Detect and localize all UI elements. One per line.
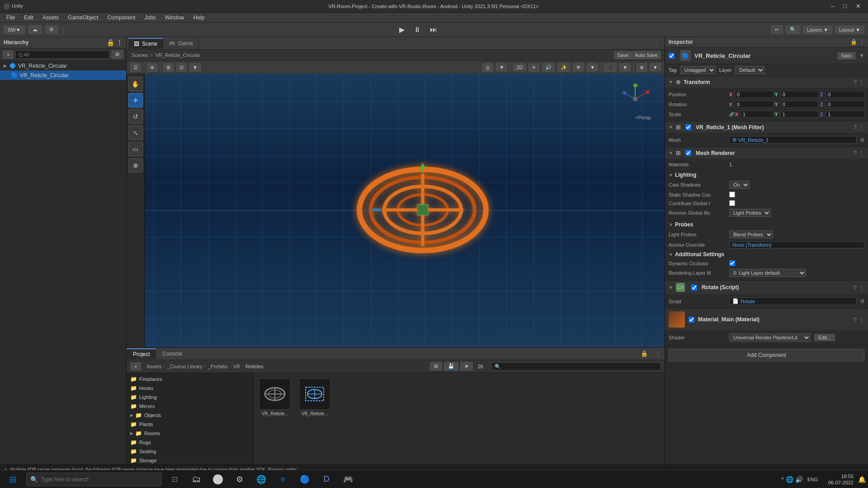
scene-fx-btn[interactable]: ✨ [557,63,570,72]
transform-menu-icon[interactable]: ⋮ [859,79,864,85]
file-item-hooks[interactable]: 📁 Hooks [127,384,253,393]
rs-menu-icon[interactable]: ⋮ [859,284,864,291]
rect-tool-btn[interactable]: ▭ [128,142,143,156]
mat-help-icon[interactable]: ? [854,316,857,323]
rotation-x-input[interactable] [735,101,774,108]
dynamic-occlusion-checkbox[interactable] [729,260,735,266]
save-button[interactable]: Save [614,51,632,59]
mf-menu-icon[interactable]: ⋮ [859,124,864,131]
file-item-fireplaces[interactable]: 📁 Fireplaces [127,375,253,384]
mr-menu-icon[interactable]: ⋮ [859,150,864,156]
tray-network-icon[interactable]: 🌐 [786,476,793,483]
project-tab[interactable]: Project [127,348,156,359]
bc-vr[interactable]: VR [233,364,240,369]
rs-help-icon[interactable]: ? [854,284,857,291]
cloud-button[interactable]: ☁ [28,25,42,34]
hierarchy-controls[interactable]: 🔒 ⋮ [107,39,123,46]
menu-window[interactable]: Window [160,14,189,22]
inspector-lock-icon[interactable]: 🔒 [850,39,857,45]
rendering-layer-select[interactable]: 0: Light Layer default [729,269,806,277]
mr-help-icon[interactable]: ? [854,150,857,156]
bottom-panel-menu[interactable]: ⋮ [651,348,665,359]
rs-checkbox[interactable] [691,285,697,291]
taskbar-app-edge[interactable]: e [273,470,293,488]
rotate-tool-btn[interactable]: ↺ [128,109,143,124]
project-search-btn[interactable]: ⊞ [430,362,442,371]
window-controls[interactable]: – □ ✕ [827,2,864,10]
taskbar-app-1[interactable]: 🗂 [186,470,206,488]
maximize-button[interactable]: □ [840,2,850,10]
inspector-menu-icon[interactable]: ⋮ [859,39,864,45]
scene-gizmos-btn[interactable]: ⊕ [637,63,647,72]
scene-hidden-btn[interactable]: 👁 [573,63,584,71]
asset-item-2[interactable]: VR_Reticle... [297,376,333,418]
position-x-input[interactable] [735,91,774,98]
receive-gi-select[interactable]: Light Probes [729,209,771,217]
tray-time[interactable]: 18:55 06-07-2022 [825,473,857,486]
contrib-gi-checkbox[interactable] [729,200,735,206]
move-tool-btn[interactable]: ✛ [128,93,143,108]
layers-button[interactable]: Layers ▼ [803,26,832,34]
play-button[interactable]: ▶ [396,24,407,35]
scene-2d-btn[interactable]: 2D [513,63,526,71]
scale-z-input[interactable] [826,111,864,118]
menu-file[interactable]: File [2,14,19,22]
file-item-mirrors[interactable]: 📁 Mirrors [127,402,253,411]
menu-gameobject[interactable]: GameObject [63,14,103,22]
step-button[interactable]: ⏭ [427,25,440,35]
position-y-input[interactable] [780,91,819,98]
hierarchy-item-root[interactable]: ▶ 🔷 VR_Reticle_Circular [0,61,126,70]
autosave-button[interactable]: Auto Save [632,51,661,59]
file-item-rugs[interactable]: 📁 Rugs [127,438,253,447]
position-z-input[interactable] [826,91,864,98]
mf-checkbox[interactable] [685,124,691,130]
mr-checkbox[interactable] [685,150,691,156]
scene-snap-btn[interactable]: ⊞ [163,63,174,72]
asset-item-1[interactable]: VR_Reticle... [257,376,293,418]
pause-button[interactable]: ⏸ [411,25,424,35]
scene-audio-btn[interactable]: 🔊 [542,63,555,72]
undo-history-button[interactable]: ↩ [771,25,783,34]
project-search-input[interactable] [491,362,661,371]
settings-toolbar-button[interactable]: ⚙ [45,25,58,34]
tray-volume-icon[interactable]: 🔊 [795,476,803,483]
scene-gizmos-arrow[interactable]: ▼ [650,63,661,71]
scale-y-input[interactable] [780,111,819,118]
anchor-ref[interactable]: None (Transform) [729,241,864,249]
light-probes-select[interactable]: Blend Probes [729,230,773,239]
scene-light-btn[interactable]: ☀ [528,63,539,72]
tray-lang[interactable]: ENG [805,476,821,483]
scene-tab[interactable]: 🖼 Scene [128,38,163,49]
project-star-btn[interactable]: ★ [460,362,473,371]
breadcrumb-scene-name[interactable]: VR_Reticle_Circular [155,52,200,58]
search-toolbar-button[interactable]: 🔍 [786,25,800,34]
scale-tool-btn[interactable]: ⤡ [128,126,143,140]
menu-component[interactable]: Component [103,14,140,22]
obj-active-checkbox[interactable] [669,53,675,59]
mf-controls[interactable]: ? ⋮ [854,124,864,131]
scene-gizmo-btn1[interactable]: ⊕ [147,63,157,72]
additional-settings-header[interactable]: ▼ Additional Settings [669,250,864,259]
layout-button[interactable]: Layout ▼ [835,26,864,34]
project-save-btn[interactable]: 💾 [444,362,458,371]
file-item-storage[interactable]: 📁 Storage [127,456,253,465]
mat-checkbox[interactable] [689,317,694,323]
layer-select[interactable]: Default [735,66,764,74]
mr-controls[interactable]: ? ⋮ [854,150,864,156]
static-arrow[interactable]: ▼ [859,52,864,59]
mf-help-icon[interactable]: ? [854,124,857,131]
menu-assets[interactable]: Assets [38,14,63,22]
transform-header[interactable]: ▼ ⊕ Transform ? ⋮ [665,76,868,88]
bc-prefabs[interactable]: _Prefabs [208,364,228,369]
static-shadow-checkbox[interactable] [729,192,735,197]
mat-menu-icon[interactable]: ⋮ [859,316,864,323]
scene-render-arrow[interactable]: ▼ [619,63,631,71]
mat-controls[interactable]: ? ⋮ [854,316,864,323]
shader-select[interactable]: Universal Render Pipeline/Lit [729,333,811,342]
transform-tool-btn[interactable]: ⊕ [128,158,143,173]
script-picker[interactable]: ⊙ [860,298,864,304]
hierarchy-lock-icon[interactable]: 🔒 [107,39,114,46]
mesh-filter-header[interactable]: ▼ ⊞ VR_Reticle_1 (Mesh Filter) ? ⋮ [665,122,868,133]
project-add-btn[interactable]: + [130,362,141,371]
transform-help-icon[interactable]: ? [854,79,857,85]
